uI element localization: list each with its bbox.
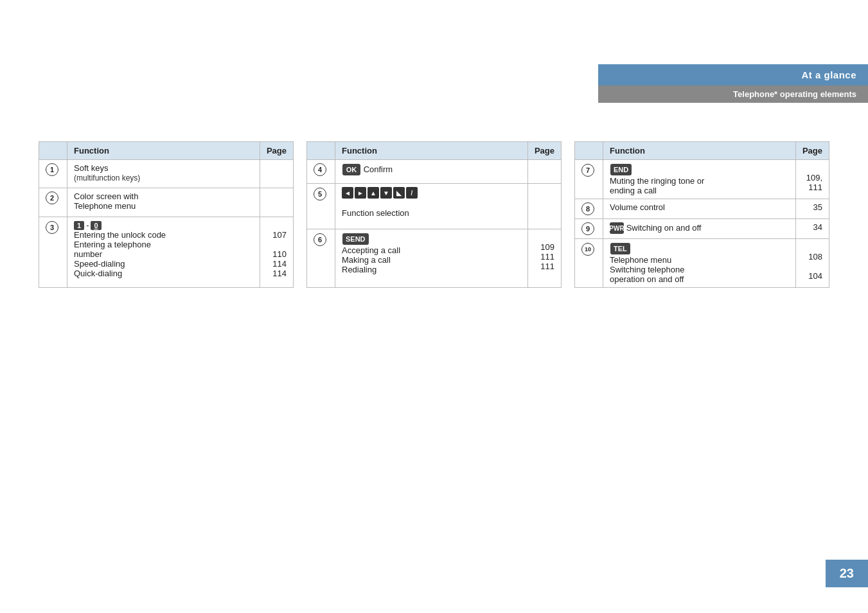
row-function: PWR Switching on and off xyxy=(603,219,796,239)
row-page: 107 110 114 114 xyxy=(260,217,293,287)
right-th-num xyxy=(575,142,603,160)
row-num: 1 xyxy=(39,160,67,188)
right-th-page: Page xyxy=(795,142,829,160)
row-num: 6 xyxy=(307,229,335,287)
row-num: 4 xyxy=(307,160,335,184)
row-page: 108 104 xyxy=(795,239,829,288)
row-function: Color screen withTelephone menu xyxy=(67,188,260,217)
row-function: SEND Accepting a call Making a call Redi… xyxy=(335,229,528,287)
left-table: Function Page 1 Soft keys (multifunction… xyxy=(39,141,294,288)
key-0: 0 xyxy=(91,221,101,230)
header-section: At a glance Telephone* operating element… xyxy=(598,64,868,103)
nav-right: ► xyxy=(355,187,366,199)
row-num: 8 xyxy=(575,199,603,219)
row-page: 34 xyxy=(795,219,829,239)
send-key: SEND xyxy=(342,233,369,245)
circle-3: 3 xyxy=(46,221,58,234)
table-row: 9 PWR Switching on and off 34 xyxy=(575,219,829,239)
circle-4: 4 xyxy=(314,163,326,176)
circle-9: 9 xyxy=(581,222,594,235)
mid-th-page: Page xyxy=(527,142,561,160)
row-page xyxy=(527,160,561,184)
circle-5: 5 xyxy=(314,188,326,200)
nav-left: ◄ xyxy=(342,187,353,199)
table-row: 5 ◄ ► ▲ ▼ ◣ / Function selection xyxy=(307,184,562,229)
row-num: 5 xyxy=(307,184,335,229)
page-number-block: 23 xyxy=(826,560,868,587)
table-row: 1 Soft keys (multifunction keys) xyxy=(39,160,294,188)
row-num: 3 xyxy=(39,217,67,287)
circle-10: 10 xyxy=(581,243,594,256)
row-function: Volume control xyxy=(603,199,796,219)
num-range-display: 1 - 0 xyxy=(74,220,102,230)
subtitle-bar: Telephone* operating elements xyxy=(598,85,868,103)
row-function: END Muting the ringing tone or ending a … xyxy=(603,160,796,199)
table-row: 3 1 - 0 Entering the unlock code Enterin… xyxy=(39,217,294,287)
gap-1 xyxy=(294,141,306,288)
middle-table: Function Page 4 OK Confirm 5 xyxy=(306,141,562,288)
circle-8: 8 xyxy=(581,202,594,215)
circle-1: 1 xyxy=(46,163,58,176)
subtitle-text: Telephone* operating elements xyxy=(733,89,856,99)
row-function: OK Confirm xyxy=(335,160,528,184)
ok-key: OK xyxy=(342,164,360,175)
page-number: 23 xyxy=(840,566,854,580)
table-row: 7 END Muting the ringing tone or ending … xyxy=(575,160,829,199)
table-row: 6 SEND Accepting a call Making a call Re… xyxy=(307,229,562,287)
nav-diagonal: ◣ xyxy=(393,187,405,199)
mid-th-num xyxy=(307,142,335,160)
mid-th-function: Function xyxy=(335,142,528,160)
tel-key: TEL xyxy=(610,243,630,254)
row-page: 109,111 xyxy=(795,160,829,199)
right-th-function: Function xyxy=(603,142,796,160)
right-table: Function Page 7 END Muting the ringing t… xyxy=(574,141,829,288)
nav-down: ▼ xyxy=(380,187,392,199)
nav-slash: / xyxy=(406,187,418,199)
gap-2 xyxy=(562,141,574,288)
table-row: 2 Color screen withTelephone menu xyxy=(39,188,294,217)
table-row: 10 TEL Telephone menu Switching telephon… xyxy=(575,239,829,288)
circle-7: 7 xyxy=(581,164,594,177)
row-page: 109 111 111 xyxy=(527,229,561,287)
at-a-glance-bar: At a glance xyxy=(598,64,868,85)
row-function: 1 - 0 Entering the unlock code Entering … xyxy=(67,217,260,287)
nav-keys-display: ◄ ► ▲ ▼ ◣ / xyxy=(342,187,521,199)
circle-6: 6 xyxy=(314,233,326,246)
left-th-page: Page xyxy=(260,142,293,160)
row-page: 35 xyxy=(795,199,829,219)
row-num: 7 xyxy=(575,160,603,199)
row-num: 10 xyxy=(575,239,603,288)
nav-up: ▲ xyxy=(368,187,379,199)
row-function: ◄ ► ▲ ▼ ◣ / Function selection xyxy=(335,184,528,229)
row-page xyxy=(527,184,561,229)
key-1: 1 xyxy=(74,221,84,230)
row-function: TEL Telephone menu Switching telephone o… xyxy=(603,239,796,288)
left-th-function: Function xyxy=(67,142,260,160)
row-num: 9 xyxy=(575,219,603,239)
circle-2: 2 xyxy=(46,191,58,204)
left-th-num xyxy=(39,142,67,160)
end-key: END xyxy=(610,164,632,175)
at-a-glance-title: At a glance xyxy=(801,69,856,80)
row-num: 2 xyxy=(39,188,67,217)
pwr-key: PWR xyxy=(610,222,624,234)
table-row: 8 Volume control 35 xyxy=(575,199,829,219)
row-page xyxy=(260,188,293,217)
table-row: 4 OK Confirm xyxy=(307,160,562,184)
row-page xyxy=(260,160,293,188)
row-function: Soft keys (multifunction keys) xyxy=(67,160,260,188)
main-content: Function Page 1 Soft keys (multifunction… xyxy=(39,141,829,288)
